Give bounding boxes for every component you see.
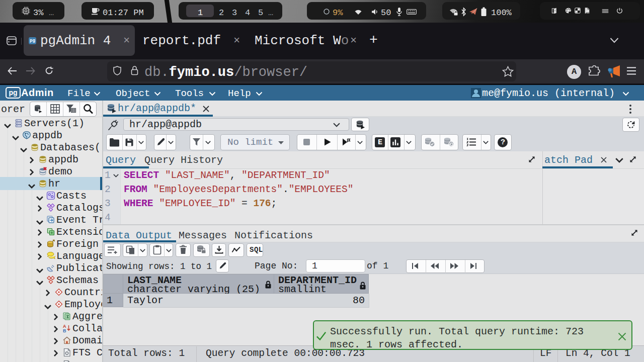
svg-text:B: B (63, 328, 66, 333)
